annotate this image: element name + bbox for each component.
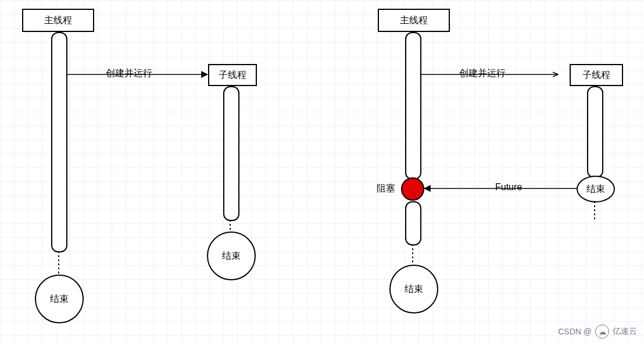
brand-text: 亿速云 — [613, 326, 637, 337]
left-main-thread-label: 主线程 — [44, 15, 72, 27]
cloud-icon: ☁ — [595, 325, 609, 339]
block-red-dot — [401, 177, 424, 201]
csdn-text: CSDN @ — [558, 327, 592, 336]
left-child-end: 结束 — [207, 231, 256, 280]
left-child-thread-label: 子线程 — [219, 69, 246, 81]
right-main-thread-label: 主线程 — [400, 15, 428, 27]
right-child-lifeline — [587, 86, 603, 178]
left-create-run-label: 创建并运行 — [106, 67, 152, 80]
left-child-lifeline — [223, 86, 239, 221]
left-main-end-label: 结束 — [50, 293, 69, 305]
left-main-thread-box: 主线程 — [22, 9, 94, 32]
left-main-lifeline — [51, 32, 67, 252]
right-main-end: 结束 — [389, 265, 438, 314]
right-main-lifeline-lower — [405, 201, 421, 245]
connector-lines — [0, 0, 644, 342]
right-main-lifeline-upper — [405, 32, 421, 180]
right-create-run-label: 创建并运行 — [459, 67, 506, 80]
left-child-thread-box: 子线程 — [208, 64, 257, 86]
left-main-end: 结束 — [35, 275, 84, 323]
future-label: Future — [495, 182, 522, 193]
right-main-thread-box: 主线程 — [378, 9, 450, 32]
right-child-thread-box: 子线程 — [570, 64, 623, 86]
block-label: 阻塞 — [377, 183, 395, 195]
watermark: CSDN @ ☁ 亿速云 — [558, 325, 637, 339]
right-child-end-label: 结束 — [586, 183, 605, 195]
right-child-end: 结束 — [577, 176, 615, 202]
left-child-end-label: 结束 — [222, 250, 241, 262]
right-child-thread-label: 子线程 — [582, 69, 610, 81]
right-main-end-label: 结束 — [405, 283, 423, 295]
